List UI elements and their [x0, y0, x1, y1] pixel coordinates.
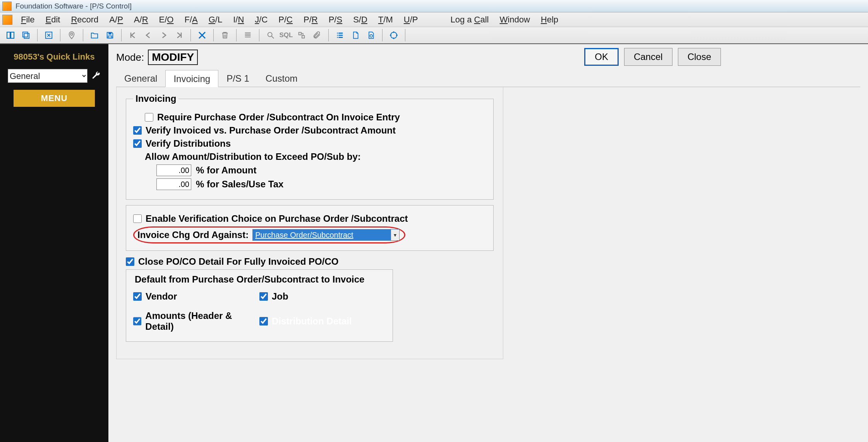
menu-edit[interactable]: Edit [40, 13, 65, 26]
chevron-down-icon: ▾ [391, 230, 399, 240]
pct-tax-input[interactable] [156, 178, 191, 190]
menu-ar[interactable]: A/R [129, 13, 154, 26]
close-poco-label: Close PO/CO Detail For Fully Invoiced PO… [138, 256, 338, 267]
menu-button[interactable]: MENU [14, 90, 95, 107]
tool-newdoc-icon[interactable] [349, 29, 362, 42]
svg-rect-5 [108, 36, 112, 38]
menu-ap[interactable]: A/P [104, 13, 128, 26]
require-po-label: Require Purchase Order /Subcontract On I… [157, 112, 400, 123]
invoicing-legend: Invoicing [133, 93, 178, 104]
content-area: Mode: MODIFY OK Cancel Close General Inv… [108, 44, 868, 442]
svg-rect-1 [24, 33, 29, 38]
verify-invoiced-checkbox[interactable] [133, 126, 142, 135]
menu-record[interactable]: Record [65, 13, 104, 26]
tool-book-icon[interactable] [4, 29, 17, 42]
def-amounts-label: Amounts (Header & Detail) [145, 310, 259, 332]
svg-point-9 [370, 34, 373, 37]
require-po-checkbox[interactable] [145, 113, 153, 122]
close-poco-checkbox[interactable] [126, 257, 134, 266]
mode-label: Mode: [116, 51, 144, 63]
tool-last-icon[interactable] [173, 29, 186, 42]
window-title: Foundation Software - [P/S Control] [15, 2, 132, 10]
pct-amount-label: % for Amount [196, 165, 256, 176]
tool-prev-icon[interactable] [142, 29, 155, 42]
def-dist-label: Distribution Detail [272, 316, 352, 327]
menu-pc[interactable]: P/C [273, 13, 298, 26]
menu-sd[interactable]: S/D [348, 13, 373, 26]
tool-first-icon[interactable] [126, 29, 139, 42]
menu-tm[interactable]: T/M [373, 13, 398, 26]
menu-eo[interactable]: E/O [154, 13, 179, 26]
menu-log-call[interactable]: Log a Call [445, 13, 494, 26]
menu-help[interactable]: Help [535, 13, 564, 26]
mode-value: MODIFY [148, 50, 198, 65]
def-vendor-checkbox[interactable] [133, 292, 142, 301]
def-amounts-checkbox[interactable] [133, 317, 141, 326]
tab-panel-invoicing: Invoicing Require Purchase Order /Subcon… [116, 87, 503, 359]
tool-trash-icon[interactable] [218, 29, 232, 42]
tool-list-icon[interactable] [241, 29, 254, 42]
quick-links-title: 98053's Quick Links [14, 52, 94, 62]
def-dist-checkbox[interactable] [259, 317, 268, 326]
tab-ps1[interactable]: P/S 1 [218, 70, 257, 87]
verify-dist-checkbox[interactable] [133, 139, 142, 148]
ok-button[interactable]: OK [584, 48, 619, 66]
menu-fa[interactable]: F/A [179, 13, 203, 26]
menu-file[interactable]: File [15, 13, 40, 26]
pct-amount-input[interactable] [156, 164, 191, 176]
sidebar: 98053's Quick Links General MENU [0, 44, 108, 442]
wrench-icon[interactable] [91, 71, 101, 81]
def-job-label: Job [272, 291, 288, 302]
menu-ps[interactable]: P/S [323, 13, 348, 26]
tool-cancel-icon[interactable] [196, 29, 209, 42]
tab-custom[interactable]: Custom [257, 70, 306, 87]
tool-folder-icon[interactable] [88, 29, 101, 42]
menu-gl[interactable]: G/L [203, 13, 228, 26]
default-from-fieldset: Default from Purchase Order/Subcontract … [126, 269, 393, 342]
tool-target-icon[interactable] [387, 29, 400, 42]
tool-search-icon[interactable] [264, 29, 277, 42]
tool-sql-icon[interactable]: SQL [280, 29, 293, 42]
tool-windows-icon[interactable] [19, 29, 33, 42]
menu-up[interactable]: U/P [398, 13, 424, 26]
invoice-chg-label: Invoice Chg Ord Against: [137, 230, 249, 240]
svg-rect-4 [108, 33, 111, 35]
menubar: File Edit Record A/P A/R E/O F/A G/L I/N… [0, 12, 868, 27]
def-job-checkbox[interactable] [259, 292, 268, 301]
highlight-annotation: Invoice Chg Ord Against: Purchase Order/… [133, 226, 405, 243]
svg-rect-0 [23, 32, 28, 37]
enable-verification-label: Enable Verification Choice on Purchase O… [146, 213, 408, 224]
tool-link-icon[interactable] [295, 29, 308, 42]
menu-window[interactable]: Window [494, 13, 535, 26]
titlebar: Foundation Software - [P/S Control] [0, 0, 868, 12]
tool-list2-icon[interactable] [333, 29, 347, 42]
verification-fieldset: Enable Verification Choice on Purchase O… [126, 205, 494, 251]
quicklinks-dropdown[interactable]: General [8, 69, 87, 83]
tool-next-icon[interactable] [157, 29, 170, 42]
menu-in[interactable]: I/N [228, 13, 249, 26]
def-vendor-label: Vendor [146, 291, 177, 302]
app-logo-icon [2, 15, 12, 25]
tool-save-icon[interactable] [103, 29, 117, 42]
app-logo-icon [2, 2, 12, 11]
default-from-legend: Default from Purchase Order/Subcontract … [133, 274, 366, 285]
invoice-chg-dropdown[interactable]: Purchase Order/Subcontract ▾ [252, 229, 400, 241]
verify-invoiced-label: Verify Invoiced vs. Purchase Order /Subc… [146, 125, 396, 136]
close-button[interactable]: Close [678, 48, 721, 66]
tab-invoicing[interactable]: Invoicing [165, 70, 218, 87]
svg-point-10 [391, 32, 397, 38]
menu-jc[interactable]: J/C [249, 13, 273, 26]
main-layout: 98053's Quick Links General MENU Mode: M… [0, 44, 868, 442]
tool-funddoc-icon[interactable] [364, 29, 377, 42]
menu-pr[interactable]: P/R [298, 13, 323, 26]
pct-tax-label: % for Sales/Use Tax [196, 179, 283, 190]
verify-dist-label: Verify Distributions [146, 138, 231, 149]
tool-close-square-icon[interactable] [42, 29, 55, 42]
svg-rect-8 [302, 36, 304, 38]
button-row: OK Cancel Close [584, 48, 721, 66]
cancel-button[interactable]: Cancel [624, 48, 672, 66]
enable-verification-checkbox[interactable] [133, 214, 142, 223]
tool-attach-icon[interactable] [310, 29, 324, 42]
tool-location-icon[interactable] [65, 29, 78, 42]
tab-general[interactable]: General [116, 70, 165, 87]
